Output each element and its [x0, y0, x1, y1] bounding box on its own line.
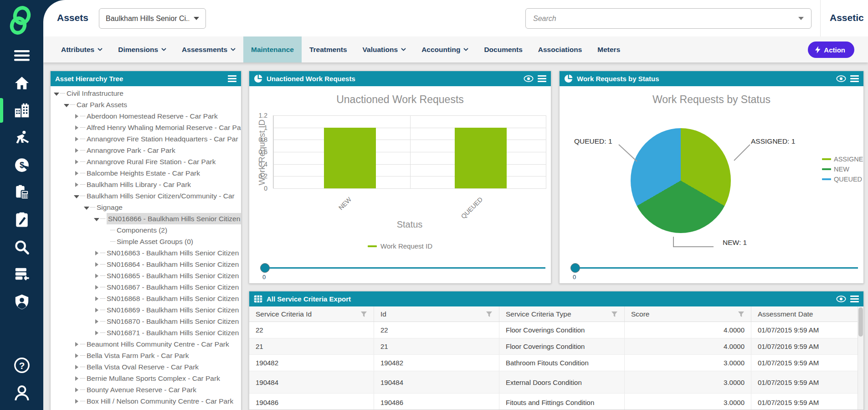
bar-panel-menu-icon[interactable] [538, 75, 546, 82]
finance-pie-icon[interactable]: $ [0, 151, 43, 179]
tree-node[interactable]: Components (2) [51, 224, 241, 236]
filter-funnel-icon[interactable] [611, 311, 618, 317]
tree-node[interactable]: SN016865 - Baulkham Hills Senior Citizen [51, 270, 241, 281]
tree-collapsed-icon[interactable] [73, 384, 80, 395]
tab-attributes[interactable]: Attributes [53, 36, 110, 62]
tree-collapsed-icon[interactable] [93, 316, 100, 327]
admin-shield-icon[interactable] [0, 288, 43, 316]
pie-panel-menu-icon[interactable] [850, 75, 859, 82]
tab-valuations[interactable]: Valuations [355, 36, 414, 62]
table-panel-menu-icon[interactable] [850, 296, 859, 302]
tree-collapsed-icon[interactable] [73, 361, 80, 373]
tree-expanded-icon[interactable] [63, 99, 70, 110]
bar-new[interactable] [324, 128, 376, 188]
tree-node[interactable]: Alfred Henry Whaling Memorial Reserve - … [51, 122, 241, 133]
tab-accounting[interactable]: Accounting [414, 36, 476, 62]
bar-panel-eye-icon[interactable] [524, 75, 534, 82]
column-header-id[interactable]: Id [374, 306, 499, 322]
tree-node[interactable]: Bounty Avenue Reserve - Car Park [51, 384, 241, 395]
table-row[interactable]: 190482190482Bathroom Fitouts Condition3.… [249, 355, 863, 371]
tree-node[interactable]: Bella Vista Oval Reserve - Car Park [51, 361, 241, 373]
tree-collapsed-icon[interactable] [93, 304, 100, 316]
data-exchange-icon[interactable] [0, 261, 43, 288]
tab-meters[interactable]: Meters [590, 36, 628, 62]
tree-collapsed-icon[interactable] [93, 247, 100, 259]
tree-node[interactable]: Bella Vista Farm Park - Car Park [51, 350, 241, 361]
tree-collapsed-icon[interactable] [73, 338, 80, 350]
tree-node[interactable]: Annangrove Rural Fire Station - Car Park [51, 156, 241, 167]
tree-node[interactable]: Signage [51, 202, 241, 213]
tab-maintenance[interactable]: Maintenance [243, 36, 302, 62]
work-orders-calculator-icon[interactable] [0, 179, 43, 206]
tree-node[interactable]: Box Hill Fire Station - Car Park [51, 407, 241, 410]
table-row[interactable]: 190486190486Fitouts and Fittings Conditi… [249, 394, 863, 410]
search-dropdown-icon[interactable] [798, 17, 804, 20]
menu-icon[interactable] [0, 42, 43, 69]
user-icon[interactable] [0, 379, 43, 406]
pie-panel-eye-icon[interactable] [836, 75, 846, 82]
home-icon[interactable] [0, 69, 43, 97]
tree-node[interactable]: Beaumont Hills Community Centre - Car Pa… [51, 338, 241, 350]
tab-treatments[interactable]: Treatments [302, 36, 355, 62]
tree-expanded-icon[interactable] [73, 190, 80, 202]
tab-dimensions[interactable]: Dimensions [110, 36, 174, 62]
pie-slider-track[interactable] [575, 267, 858, 269]
tab-associations[interactable]: Associations [530, 36, 590, 62]
tree-node[interactable]: SN016863 - Baulkham Hills Senior Citizen [51, 247, 241, 259]
table-row[interactable]: 2121Floor Coverings Condition4.000001/07… [249, 338, 863, 355]
search-nav-icon[interactable] [0, 234, 43, 261]
tree-node[interactable]: SN016866 - Baulkham Hills Senior Citizen [51, 213, 241, 224]
column-header-service-criteria-type[interactable]: Service Criteria Type [499, 306, 625, 322]
tree-collapsed-icon[interactable] [93, 270, 100, 281]
filter-funnel-icon[interactable] [738, 311, 745, 317]
tree-collapsed-icon[interactable] [73, 179, 80, 190]
tree-node[interactable]: Civil Infrastructure [51, 88, 241, 99]
tree-expanded-icon[interactable] [53, 88, 60, 99]
tree-node[interactable]: Baulkham Hills Senior Citizen/Community … [51, 190, 241, 202]
tree-node[interactable]: Annangrove Park - Car Park [51, 145, 241, 156]
assetic-logo-icon[interactable] [6, 5, 35, 38]
filter-funnel-icon[interactable] [486, 311, 493, 317]
assessments-edit-icon[interactable] [0, 206, 43, 234]
tree-collapsed-icon[interactable] [73, 407, 80, 410]
tree-collapsed-icon[interactable] [93, 293, 100, 304]
assets-buildings-icon[interactable] [0, 97, 43, 124]
tree-collapsed-icon[interactable] [73, 350, 80, 361]
tree-panel-menu-icon[interactable] [228, 75, 236, 82]
tree-collapsed-icon[interactable] [73, 167, 80, 179]
tree-collapsed-icon[interactable] [73, 156, 80, 167]
tree-collapsed-icon[interactable] [73, 395, 80, 407]
column-header-assessment-date[interactable]: Assessment Date [751, 306, 858, 322]
tree-collapsed-icon[interactable] [73, 145, 80, 156]
tree-node[interactable]: Baulkham Hills Library - Car Park [51, 179, 241, 190]
maintenance-worker-icon[interactable] [0, 124, 43, 151]
tree-node[interactable]: Box Hill / Nelson Community Centre - Car… [51, 395, 241, 407]
tab-documents[interactable]: Documents [476, 36, 530, 62]
tree-expanded-icon[interactable] [93, 213, 100, 224]
tree-collapsed-icon[interactable] [73, 122, 80, 133]
tree-node[interactable]: Simple Asset Groups (0) [51, 236, 241, 247]
tree-node[interactable]: Balcombe Heights Estate - Car Park [51, 167, 241, 179]
tree-collapsed-icon[interactable] [73, 373, 80, 384]
help-icon[interactable]: ? [0, 352, 43, 379]
column-header-service-criteria-id[interactable]: Service Criteria Id [249, 306, 374, 322]
bar-slider-handle[interactable] [260, 263, 270, 273]
tree-node[interactable]: SN016871 - Baulkham Hills Senior Citizen [51, 327, 241, 338]
bar-slider-track[interactable] [265, 267, 545, 269]
tree-node[interactable]: SN016869 - Baulkham Hills Senior Citizen [51, 304, 241, 316]
tree-node[interactable]: SN016870 - Baulkham Hills Senior Citizen [51, 316, 241, 327]
tree-node[interactable]: SN016864 - Baulkham Hills Senior Citizen [51, 259, 241, 270]
tree-collapsed-icon[interactable] [93, 281, 100, 293]
pie-slider-handle[interactable] [570, 263, 580, 273]
tab-assessments[interactable]: Assessments [174, 36, 243, 62]
action-button[interactable]: Action [808, 42, 854, 58]
search-input[interactable] [533, 15, 794, 23]
tree-collapsed-icon[interactable] [93, 327, 100, 338]
filter-funnel-icon[interactable] [360, 311, 367, 317]
tree-collapsed-icon[interactable] [93, 259, 100, 270]
tree-node[interactable]: Bernie Mullane Sports Complex - Car Park [51, 373, 241, 384]
table-panel-eye-icon[interactable] [836, 296, 846, 302]
tree-node[interactable]: SN016868 - Baulkham Hills Senior Citizen [51, 293, 241, 304]
tree-node[interactable]: Annangrove Fire Station Headquarters - C… [51, 133, 241, 145]
table-scrollbar[interactable] [858, 306, 863, 410]
